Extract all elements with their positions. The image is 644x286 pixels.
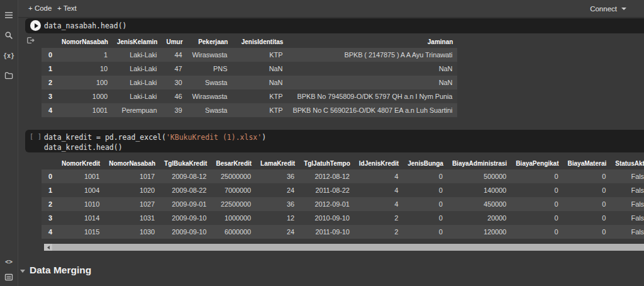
column-header: JenisKelamin (113, 35, 162, 48)
table-row: 110Laki-Laki47PNSNaNNaN (42, 62, 457, 76)
column-header: BiayaAdministrasi (448, 157, 511, 169)
notebook-toolbar: + Code + Text Connect (18, 0, 644, 18)
table-cell: NaN (232, 76, 287, 89)
search-icon[interactable] (0, 28, 18, 43)
table-row: 3101410312009-09-101000000122010-09-1020… (42, 211, 644, 225)
column-header: NomorNasabah (57, 35, 113, 48)
table-cell: 0 (511, 225, 563, 239)
header-row: NomorKreditNomorNasabahTglBukaKreditBesa… (42, 157, 644, 169)
dataframe-output-kredit: NomorKreditNomorNasabahTglBukaKreditBesa… (42, 157, 644, 240)
table-cell: 2009-09-01 (160, 197, 211, 211)
table-cell: 1017 (104, 169, 160, 183)
output-indicator-icon (26, 36, 35, 47)
table-cell: 0 (564, 197, 611, 211)
table-cell: 0 (511, 183, 563, 197)
row-index: 0 (42, 169, 57, 183)
table-cell: 0 (511, 169, 563, 183)
table-cell: Laki-Laki (113, 89, 162, 103)
table-cell: 1010 (57, 197, 104, 211)
variables-icon[interactable]: {x} (0, 48, 18, 63)
table-cell: 1015 (57, 225, 104, 239)
table-cell: Wiraswasta (187, 48, 233, 62)
row-index: 3 (42, 89, 57, 103)
row-index: 2 (42, 76, 57, 89)
scroll-left-button[interactable] (44, 244, 52, 251)
chevron-down-icon (621, 8, 626, 10)
table-cell: KTP (232, 89, 287, 103)
colab-notebook-window: {x} <> + Code + Text Connect data_nasaba… (0, 0, 644, 286)
table-cell: BPKB No C 5690216-O/DK 4807 EA a.n Luh S… (287, 103, 457, 117)
table-cell: KTP (232, 103, 287, 117)
code-cell-2: [ ] data_kredit = pd.read_excel('KBukuKr… (25, 130, 644, 152)
table-cell: 2009-09-10 (160, 211, 211, 225)
table-cell: 500000 (448, 169, 511, 183)
column-header: JenisIdentitas (232, 35, 287, 48)
table-cell: Wiraswasta (187, 89, 233, 103)
execution-count-prompt[interactable]: [ ] (30, 132, 42, 140)
table-cell: 46 (162, 89, 187, 103)
row-index: 0 (42, 48, 57, 62)
table-cell: False (611, 169, 644, 183)
table-cell: 12 (256, 211, 299, 225)
table-cell: 24 (256, 225, 299, 239)
collapse-section-icon[interactable] (20, 270, 25, 273)
table-cell: False (611, 197, 644, 211)
table-cell: 2009-09-10 (160, 225, 211, 239)
code-editor-1[interactable]: data_nasabah.head() (44, 18, 640, 33)
code-editor-2[interactable]: data_kredit = pd.read_excel('KBukuKredit… (44, 132, 640, 152)
column-header: Jaminan (287, 35, 457, 48)
header-row: NomorNasabahJenisKelaminUmurPekerjaanJen… (42, 35, 457, 48)
table-cell: 1020 (104, 183, 160, 197)
column-header (42, 35, 57, 48)
table-cell: PNS (187, 62, 233, 76)
terminal-icon[interactable] (0, 270, 18, 285)
nasabah-table: NomorNasabahJenisKelaminUmurPekerjaanJen… (42, 35, 457, 117)
table-of-contents-icon[interactable] (0, 8, 18, 23)
table-cell: Swasta (187, 103, 233, 117)
add-code-button[interactable]: + Code (28, 0, 52, 17)
table-row: 31000Laki-Laki46WiraswastaKTPBPKB No 794… (42, 89, 457, 103)
left-sidebar: {x} <> (0, 0, 18, 286)
table-cell: 0 (564, 211, 611, 225)
add-text-button[interactable]: + Text (57, 0, 77, 17)
table-row: 1100410202009-08-227000000242011-08-2240… (42, 183, 644, 197)
table-cell: 36 (256, 197, 299, 211)
table-cell: 0 (403, 197, 448, 211)
table-cell: 450000 (448, 197, 511, 211)
table-cell: 39 (162, 103, 187, 117)
table-cell: 36 (256, 169, 299, 183)
horizontal-scrollbar[interactable] (44, 244, 644, 251)
table-cell: 0 (403, 169, 448, 183)
table-cell: 2 (355, 211, 403, 225)
section-header: Data Merging (18, 263, 644, 282)
row-index: 4 (42, 225, 57, 239)
table-cell: 0 (403, 225, 448, 239)
table-cell: 25000000 (211, 169, 256, 183)
table-cell: NaN (287, 62, 457, 76)
table-cell: 2010-09-10 (299, 211, 355, 225)
table-cell: 2009-08-22 (160, 183, 211, 197)
table-cell: 22500000 (211, 197, 256, 211)
table-cell: 0 (564, 225, 611, 239)
table-row: 2101010272009-09-0122500000362012-09-014… (42, 197, 644, 211)
table-cell: 47 (162, 62, 187, 76)
code-snippets-icon[interactable]: <> (0, 254, 18, 269)
table-cell: 0 (511, 197, 563, 211)
table-cell: 1004 (57, 183, 104, 197)
arrow-left-icon (47, 246, 50, 249)
table-cell: 140000 (448, 183, 511, 197)
table-cell: 1001 (57, 169, 104, 183)
row-index: 1 (42, 183, 57, 197)
section-title[interactable]: Data Merging (30, 265, 91, 276)
run-cell-button[interactable] (30, 20, 41, 31)
files-icon[interactable] (0, 68, 18, 83)
table-cell: KTP (232, 48, 287, 62)
kredit-table: NomorKreditNomorNasabahTglBukaKreditBesa… (42, 157, 644, 239)
table-cell: 4 (355, 197, 403, 211)
table-row: 0100110172009-08-1225000000362012-08-124… (42, 169, 644, 183)
connect-button[interactable]: Connect (590, 0, 626, 17)
table-cell: NaN (287, 76, 457, 89)
table-cell: 1000000 (211, 211, 256, 225)
table-cell: Laki-Laki (113, 62, 162, 76)
table-cell: 4 (355, 169, 403, 183)
